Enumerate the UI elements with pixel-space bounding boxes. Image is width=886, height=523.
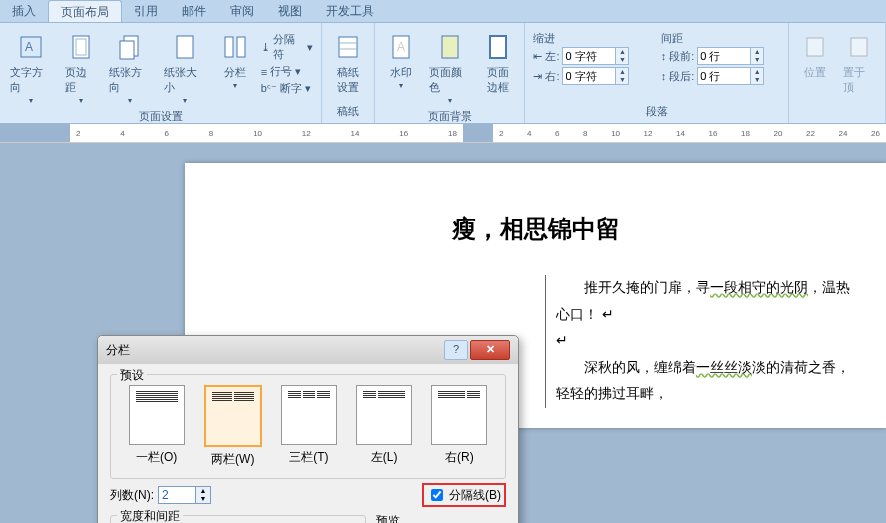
indent-left-input[interactable]: ▲▼ <box>562 47 629 65</box>
spin-down-icon[interactable]: ▼ <box>751 76 763 84</box>
dropdown-arrow-icon: ▾ <box>233 81 237 90</box>
tab-review[interactable]: 审阅 <box>218 0 266 22</box>
orientation-button[interactable]: 纸张方向▾ <box>103 29 158 107</box>
wrap-button[interactable]: 置于顶 <box>837 29 881 97</box>
indent-label: 缩进 <box>533 31 652 46</box>
dropdown-arrow-icon: ▾ <box>128 96 132 105</box>
text-direction-button[interactable]: A 文字方向▾ <box>4 29 59 107</box>
svg-rect-15 <box>490 36 506 58</box>
text-direction-icon: A <box>17 33 45 61</box>
paragraph-group-label: 段落 <box>529 102 784 121</box>
svg-text:A: A <box>25 40 33 54</box>
preset-one-column[interactable]: 一栏(O) <box>129 385 185 468</box>
width-spacing-label: 宽度和间距 <box>117 508 183 523</box>
page-border-icon <box>484 33 512 61</box>
spin-up-icon[interactable]: ▲ <box>751 68 763 76</box>
separator-highlight: 分隔线(B) <box>422 483 506 507</box>
svg-rect-9 <box>339 37 357 57</box>
breaks-icon: ⤓ <box>261 41 270 54</box>
spin-down-icon[interactable]: ▼ <box>616 56 628 64</box>
document-title: 瘦，相思锦中留 <box>215 213 856 245</box>
columns-icon <box>221 33 249 61</box>
spacing-after-input[interactable]: ▲▼ <box>697 67 764 85</box>
columns-button[interactable]: 分栏▾ <box>213 29 257 92</box>
columns-count-input[interactable]: ▲▼ <box>158 486 211 504</box>
spacing-after-icon: ↕ <box>661 70 667 82</box>
spin-down-icon[interactable]: ▼ <box>616 76 628 84</box>
paper-group-label: 稿纸 <box>326 102 370 121</box>
spin-up-icon[interactable]: ▲ <box>616 48 628 56</box>
watermark-button[interactable]: A 水印▾ <box>379 29 423 92</box>
hyphenation-button[interactable]: bᶜ⁻断字 ▾ <box>261 81 314 96</box>
indent-right-input[interactable]: ▲▼ <box>562 67 629 85</box>
svg-rect-6 <box>177 36 193 58</box>
help-button[interactable]: ? <box>444 340 468 360</box>
page-color-icon <box>436 33 464 61</box>
dropdown-arrow-icon: ▾ <box>183 96 187 105</box>
breaks-button[interactable]: ⤓分隔符 ▾ <box>261 32 314 62</box>
svg-rect-16 <box>807 38 823 56</box>
svg-rect-14 <box>442 36 458 58</box>
spacing-label: 间距 <box>661 31 780 46</box>
svg-rect-8 <box>237 37 245 57</box>
dropdown-arrow-icon: ▾ <box>79 96 83 105</box>
watermark-icon: A <box>387 33 415 61</box>
tab-view[interactable]: 视图 <box>266 0 314 22</box>
document-column-right: 推开久掩的门扉，寻一段相守的光阴，温热心口！ ↵ ↵ 深秋的风，缠绵着一丝丝淡淡… <box>545 275 856 408</box>
svg-rect-5 <box>120 41 134 59</box>
wrap-icon <box>845 33 873 61</box>
tab-references[interactable]: 引用 <box>122 0 170 22</box>
line-numbers-icon: ≡ <box>261 66 267 78</box>
page-color-button[interactable]: 页面颜色▾ <box>423 29 476 107</box>
preset-right-column[interactable]: 右(R) <box>431 385 487 468</box>
tab-mail[interactable]: 邮件 <box>170 0 218 22</box>
svg-text:A: A <box>397 40 405 54</box>
dialog-title: 分栏 <box>106 342 130 359</box>
preset-left-column[interactable]: 左(L) <box>356 385 412 468</box>
presets-label: 预设 <box>117 367 147 384</box>
tab-page-layout[interactable]: 页面布局 <box>48 0 122 22</box>
preset-three-columns[interactable]: 三栏(T) <box>281 385 337 468</box>
hyphenation-icon: bᶜ⁻ <box>261 82 277 95</box>
page-border-button[interactable]: 页面 边框 <box>476 29 520 97</box>
svg-rect-17 <box>851 38 867 56</box>
preset-two-columns[interactable]: 两栏(W) <box>204 385 262 468</box>
margins-icon <box>67 33 95 61</box>
columns-count-label: 列数(N): <box>110 487 154 504</box>
horizontal-ruler[interactable]: 24681012141618 2468101214161820222426 <box>0 124 886 143</box>
tab-dev[interactable]: 开发工具 <box>314 0 386 22</box>
separator-checkbox[interactable] <box>431 489 443 501</box>
paper-settings-button[interactable]: 稿纸 设置 <box>326 29 370 97</box>
spin-up-icon[interactable]: ▲ <box>616 68 628 76</box>
close-button[interactable]: ✕ <box>470 340 510 360</box>
paper-size-button[interactable]: 纸张大小▾ <box>158 29 213 107</box>
line-numbers-button[interactable]: ≡行号 ▾ <box>261 64 314 79</box>
indent-left-icon: ⇤ <box>533 50 542 63</box>
position-icon <box>801 33 829 61</box>
dropdown-arrow-icon: ▾ <box>29 96 33 105</box>
position-button[interactable]: 位置 <box>793 29 837 82</box>
spacing-before-input[interactable]: ▲▼ <box>697 47 764 65</box>
spin-down-icon[interactable]: ▼ <box>195 495 210 503</box>
tab-insert[interactable]: 插入 <box>0 0 48 22</box>
indent-right-icon: ⇥ <box>533 70 542 83</box>
paper-grid-icon <box>334 33 362 61</box>
paper-size-icon <box>171 33 199 61</box>
svg-rect-7 <box>225 37 233 57</box>
orientation-icon <box>116 33 144 61</box>
margins-button[interactable]: 页边距▾ <box>59 29 103 107</box>
columns-dialog: 分栏 ? ✕ 预设 一栏(O) 两栏(W) <box>97 335 519 523</box>
spacing-before-icon: ↕ <box>661 50 667 62</box>
dropdown-arrow-icon: ▾ <box>448 96 452 105</box>
spin-up-icon[interactable]: ▲ <box>195 487 210 495</box>
preview-label: 预览 <box>376 513 506 523</box>
spin-up-icon[interactable]: ▲ <box>751 48 763 56</box>
spin-down-icon[interactable]: ▼ <box>751 56 763 64</box>
dropdown-arrow-icon: ▾ <box>399 81 403 90</box>
